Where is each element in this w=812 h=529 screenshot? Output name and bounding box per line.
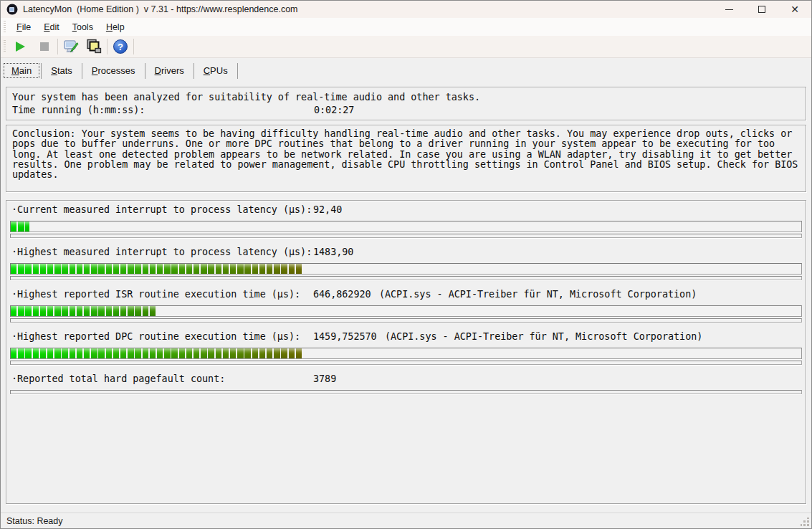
tab-main[interactable]: Main <box>4 63 39 78</box>
latencymon-window: LatencyMon (Home Edition ) v 7.31 - http… <box>0 0 812 529</box>
stop-monitor-button[interactable] <box>34 37 54 56</box>
meter-label: ·Highest reported ISR routine execution … <box>11 290 313 300</box>
toolbar-separator <box>107 39 108 54</box>
stop-icon <box>40 42 49 51</box>
monitor-tool-icon <box>63 39 79 54</box>
tab-separator <box>82 63 82 79</box>
help-button[interactable]: ? <box>110 37 130 56</box>
time-running-line: Time running (h:mm:ss): 0:02:27 <box>12 104 800 117</box>
title-bar: LatencyMon (Home Edition ) v 7.31 - http… <box>1 1 811 18</box>
meter-value: 1459,752570 <box>313 332 377 342</box>
meter-label: ·Reported total hard pagefault count: <box>11 374 313 384</box>
meter-scale-bar <box>10 234 802 238</box>
menu-edit[interactable]: Edit <box>37 21 66 34</box>
meter-bar <box>10 221 802 232</box>
tab-strip: Main Stats Processes Drivers CPUs <box>1 58 811 82</box>
meters-box: ·Current measured interrupt to process l… <box>6 200 806 504</box>
window-controls: ✕ <box>712 1 811 18</box>
meter-row-dpc-time: ·Highest reported DPC routine execution … <box>10 332 802 365</box>
meter-bar-fill <box>11 264 302 274</box>
tab-cpus[interactable]: CPUs <box>196 63 236 78</box>
meter-bar <box>10 348 802 359</box>
app-icon <box>6 4 18 15</box>
meter-value: 646,862920 <box>313 290 371 300</box>
window-title: LatencyMon (Home Edition ) v 7.31 - http… <box>23 4 298 14</box>
meter-value: 1483,90 <box>313 247 353 257</box>
play-icon <box>16 42 25 52</box>
time-running-value: 0:02:27 <box>314 104 354 117</box>
stacked-windows-icon <box>86 39 102 54</box>
meter-label: ·Highest measured interrupt to process l… <box>11 247 313 257</box>
meter-row-current-latency: ·Current measured interrupt to process l… <box>10 205 802 238</box>
status-bar: Status: Ready <box>1 513 811 528</box>
report-windows-button[interactable] <box>84 37 104 56</box>
tab-separator <box>145 63 145 79</box>
menu-file[interactable]: File <box>10 21 37 34</box>
meter-scale-bar <box>10 361 802 365</box>
summary-line: Your system has been analyzed for suitab… <box>12 91 800 104</box>
tab-drivers[interactable]: Drivers <box>147 63 192 78</box>
meter-row-pagefault-count: ·Reported total hard pagefault count: 37… <box>10 374 802 394</box>
meter-row-isr-time: ·Highest reported ISR routine execution … <box>10 290 802 323</box>
meter-driver-detail: (ACPI.sys - ACPI-Treiber für NT, Microso… <box>385 332 702 342</box>
tab-separator <box>41 63 42 79</box>
meter-value: 92,40 <box>313 205 342 215</box>
close-button[interactable]: ✕ <box>778 1 811 18</box>
start-monitor-button[interactable] <box>10 37 30 56</box>
help-question-mark: ? <box>118 42 123 52</box>
meter-value: 3789 <box>313 374 336 384</box>
meter-bar-fill <box>11 348 302 358</box>
maximize-button[interactable] <box>745 1 778 18</box>
toolbar-separator <box>57 39 58 54</box>
meter-scale-bar <box>10 318 802 323</box>
conclusion-text: Conclusion: Your system seems to be havi… <box>12 129 800 180</box>
resize-grip-icon[interactable] <box>801 518 810 527</box>
tab-separator <box>194 63 194 79</box>
rebar-gripper <box>4 40 6 53</box>
menu-tools[interactable]: Tools <box>66 21 100 34</box>
close-icon: ✕ <box>790 4 799 14</box>
options-button[interactable] <box>61 37 81 56</box>
conclusion-box: Conclusion: Your system seems to be havi… <box>6 125 806 192</box>
summary-box: Your system has been analyzed for suitab… <box>6 87 806 120</box>
toolbar-separator <box>133 39 134 54</box>
toolbar: ? <box>1 36 811 58</box>
tab-separator <box>237 63 238 79</box>
meter-label: ·Highest reported DPC routine execution … <box>11 332 313 342</box>
menu-bar: File Edit Tools Help <box>1 18 811 36</box>
menu-help[interactable]: Help <box>100 21 131 34</box>
meter-label: ·Current measured interrupt to process l… <box>11 205 313 215</box>
tab-processes[interactable]: Processes <box>84 63 143 78</box>
meter-scale-bar <box>10 390 802 394</box>
meter-bar-fill <box>11 221 29 232</box>
minimize-icon <box>725 9 733 10</box>
tab-stats[interactable]: Stats <box>43 63 80 78</box>
meter-bar <box>10 305 802 317</box>
help-icon: ? <box>113 39 128 54</box>
meter-scale-bar <box>10 276 802 280</box>
minimize-button[interactable] <box>712 1 745 18</box>
meter-driver-detail: (ACPI.sys - ACPI-Treiber für NT, Microso… <box>379 290 697 300</box>
meter-bar <box>10 263 802 275</box>
meter-bar-fill <box>11 306 156 316</box>
meter-row-highest-latency: ·Highest measured interrupt to process l… <box>10 247 802 280</box>
maximize-icon <box>758 6 765 13</box>
main-panel: Your system has been analyzed for suitab… <box>1 82 811 513</box>
status-text: Status: Ready <box>6 516 63 526</box>
time-running-label: Time running (h:mm:ss): <box>12 104 314 117</box>
rebar-gripper <box>4 21 6 34</box>
